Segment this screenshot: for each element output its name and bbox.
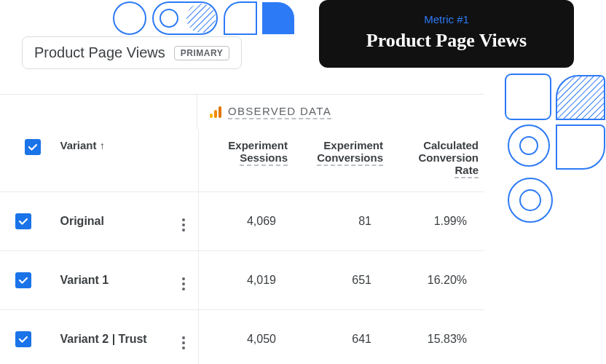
- table-row: Variant 1 4,019 651 16.20%: [0, 251, 484, 310]
- sessions-value: 4,050: [198, 310, 294, 365]
- sessions-value: 4,069: [198, 192, 294, 251]
- header-variant[interactable]: Variant ↑: [47, 130, 168, 192]
- rate-value: 16.20%: [389, 251, 484, 310]
- sort-ascending-icon: ↑: [100, 140, 105, 151]
- variant-name: Variant 1: [47, 251, 168, 310]
- variant-name: Variant 2 | Trust: [47, 310, 168, 365]
- header-conversions[interactable]: Experiment Conversions: [294, 130, 389, 192]
- sessions-value: 4,019: [198, 251, 294, 310]
- kebab-menu-icon[interactable]: [182, 336, 185, 349]
- decoration-top: [109, 0, 313, 36]
- row-checkbox[interactable]: [15, 331, 31, 347]
- header-actions-col: [169, 130, 198, 192]
- results-table: OBSERVED DATA Variant ↑ Experiment: [0, 94, 484, 364]
- row-checkbox[interactable]: [15, 272, 31, 288]
- kebab-menu-icon[interactable]: [182, 218, 185, 232]
- metric-overlay-card: Metric #1 Product Page Views: [319, 0, 574, 68]
- table-row: Variant 2 | Trust 4,050 641 15.83%: [0, 310, 484, 365]
- primary-badge: PRIMARY: [174, 46, 229, 60]
- observed-data-header: OBSERVED DATA: [197, 95, 484, 130]
- rate-value: 15.83%: [389, 310, 484, 365]
- table-row: Original 4,069 81 1.99%: [0, 192, 484, 251]
- svg-rect-13: [219, 106, 221, 118]
- conversions-value: 81: [294, 192, 389, 251]
- svg-rect-1: [153, 2, 217, 34]
- conversions-value: 641: [294, 310, 389, 365]
- header-conversion-rate[interactable]: Calculated Conversion Rate: [389, 130, 484, 192]
- conversions-value: 651: [294, 251, 389, 310]
- svg-point-2: [160, 9, 178, 27]
- svg-point-4: [186, 4, 216, 33]
- svg-point-0: [114, 2, 146, 34]
- metric-selector[interactable]: Product Page Views PRIMARY: [22, 36, 242, 69]
- header-sessions[interactable]: Experiment Sessions: [198, 130, 294, 192]
- observed-data-label: OBSERVED DATA: [228, 105, 331, 119]
- metric-name: Product Page Views: [34, 44, 165, 61]
- variant-name: Original: [47, 192, 168, 251]
- analytics-icon: [209, 106, 222, 119]
- select-all-checkbox[interactable]: [25, 139, 41, 155]
- overlay-subtitle: Metric #1: [339, 13, 554, 25]
- row-checkbox[interactable]: [15, 213, 31, 229]
- content-area: Product Page Views PRIMARY OBSERVED DATA: [0, 36, 606, 364]
- overlay-title: Product Page Views: [339, 30, 554, 52]
- svg-rect-12: [214, 110, 217, 118]
- header-checkbox-col: [0, 130, 47, 192]
- svg-rect-11: [210, 114, 213, 118]
- rate-value: 1.99%: [389, 192, 484, 251]
- kebab-menu-icon[interactable]: [182, 277, 185, 290]
